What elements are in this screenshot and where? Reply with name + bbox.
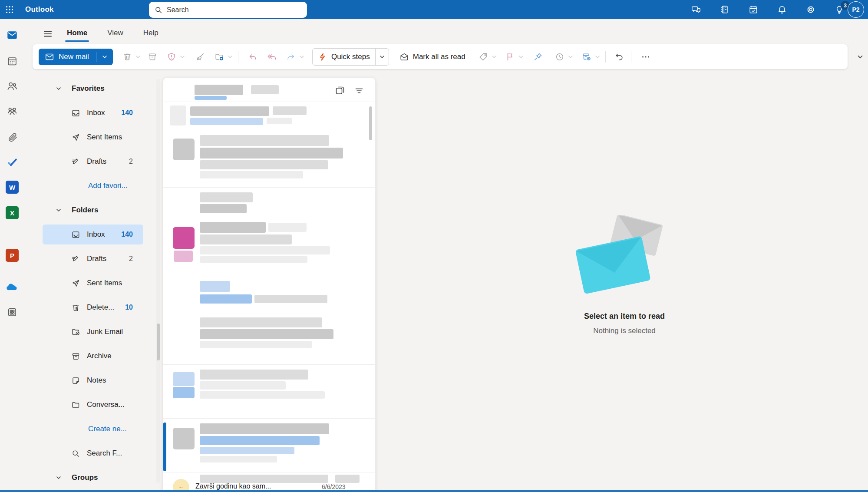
drafts-icon (71, 157, 80, 166)
empty-state-subtitle: Nothing is selected (559, 327, 690, 335)
folder-section-header-favorites[interactable]: Favorites (33, 76, 158, 101)
folder-section-header-groups[interactable]: Groups (33, 466, 158, 490)
select-icon[interactable] (334, 85, 346, 96)
notifications-bell-icon[interactable] (777, 0, 787, 19)
folder-item-inbox[interactable]: Inbox140 (43, 103, 143, 123)
quick-steps-chevron-icon[interactable] (376, 53, 389, 60)
ribbon-tabs: Home View Help (65, 25, 160, 43)
groups-icon[interactable] (6, 105, 18, 117)
files-paperclip-icon[interactable] (6, 131, 18, 143)
delete-chevron-icon[interactable] (135, 50, 142, 64)
redacted-email-content (251, 85, 279, 94)
tab-home[interactable]: Home (65, 25, 89, 43)
report-chevron-icon[interactable] (179, 50, 186, 64)
new-mail-chevron-icon[interactable] (96, 49, 113, 65)
sweep-button[interactable] (193, 50, 208, 64)
email-date: 6/6/2023 (322, 483, 346, 490)
folder-link-createne[interactable]: Create ne... (33, 425, 127, 433)
powerpoint-icon[interactable]: P (6, 249, 19, 262)
people-icon[interactable] (6, 80, 18, 92)
folder-item-conversa[interactable]: Conversa... (43, 395, 143, 415)
my-day-icon[interactable] (748, 0, 759, 19)
hamburger-menu-icon[interactable] (39, 25, 56, 43)
undo-button[interactable] (612, 50, 627, 64)
archive-button[interactable] (145, 50, 160, 64)
folder-pane-scrollbar-track[interactable] (156, 79, 160, 483)
word-icon[interactable]: W (6, 181, 19, 194)
ribbon-collapse-chevron-icon[interactable] (855, 51, 866, 63)
move-to-button[interactable] (212, 50, 227, 64)
filter-icon[interactable] (353, 85, 365, 96)
forward-chevron-icon[interactable] (298, 50, 305, 64)
tab-view[interactable]: View (106, 25, 125, 43)
new-mail-button[interactable]: New mail (39, 49, 113, 65)
folder-unread-count: 2 (129, 255, 133, 263)
delete-button[interactable] (120, 50, 135, 64)
rules-chevron-icon[interactable] (594, 50, 601, 64)
folder-pane-scrollbar-thumb[interactable] (157, 324, 160, 360)
email-subject: Završi godinu kao sam... (195, 482, 317, 490)
redacted-email-content (254, 295, 327, 303)
snooze-chevron-icon[interactable] (567, 50, 574, 64)
redacted-email-content (200, 135, 329, 146)
folder-item-sentitems[interactable]: Sent Items (43, 127, 143, 147)
redacted-email-content (200, 329, 333, 339)
redacted-email-content (163, 423, 166, 471)
forward-button[interactable] (284, 50, 298, 64)
folder-section-header-folders[interactable]: Folders (33, 198, 158, 222)
calendar-icon[interactable] (6, 55, 18, 67)
todo-check-icon[interactable] (6, 156, 18, 168)
rules-button[interactable] (579, 50, 594, 64)
redacted-email-content (195, 85, 243, 95)
folder-item-searchf[interactable]: Search F... (43, 443, 143, 463)
pin-button[interactable] (531, 50, 545, 64)
app-title: Outlook (25, 5, 54, 14)
search-bar[interactable] (149, 2, 307, 18)
onedrive-icon[interactable] (6, 281, 18, 293)
excel-icon[interactable]: X (6, 206, 19, 219)
folder-link-addfavori[interactable]: Add favori... (33, 182, 128, 190)
folder-item-delete[interactable]: Delete...10 (43, 297, 143, 317)
folder-item-junkemail[interactable]: Junk Email (43, 322, 143, 342)
notebook-feed-icon[interactable] (719, 0, 730, 19)
folder-item-notes[interactable]: Notes (43, 370, 143, 390)
categorize-button[interactable] (476, 50, 491, 64)
mark-all-as-read-button[interactable]: Mark all as read (395, 48, 470, 66)
search-input[interactable] (167, 6, 288, 14)
folder-item-drafts[interactable]: Drafts2 (43, 249, 143, 269)
tab-help[interactable]: Help (142, 25, 160, 43)
categorize-chevron-icon[interactable] (491, 50, 498, 64)
message-list-scrollbar-thumb[interactable] (369, 106, 372, 140)
folder-item-label: Search F... (87, 449, 122, 458)
flag-chevron-icon[interactable] (518, 50, 525, 64)
list-group-separator (163, 276, 376, 276)
tips-lightbulb-icon[interactable]: 3 (834, 0, 845, 19)
folder-item-drafts[interactable]: Drafts2 (43, 152, 143, 172)
mail-icon[interactable] (6, 29, 18, 41)
more-options-button[interactable] (638, 50, 653, 64)
snooze-button[interactable] (552, 50, 567, 64)
chevron-down-icon (55, 207, 62, 214)
reply-button[interactable] (245, 50, 260, 64)
folder-unread-count: 140 (121, 109, 133, 117)
mail-read-icon (399, 52, 409, 62)
more-apps-icon[interactable] (6, 306, 18, 318)
folder-item-archive[interactable]: Archive (43, 346, 143, 366)
redacted-email-content (200, 370, 308, 380)
chat-icon[interactable] (691, 0, 701, 19)
folder-item-sentitems[interactable]: Sent Items (43, 273, 143, 293)
account-avatar[interactable]: P2 (848, 1, 864, 18)
app-launcher-waffle-icon[interactable] (0, 0, 19, 19)
move-to-chevron-icon[interactable] (227, 50, 234, 64)
flag-button[interactable] (503, 50, 518, 64)
topbar-action-icons: 3 (691, 0, 845, 19)
report-button[interactable] (164, 50, 179, 64)
folder-item-inbox[interactable]: Inbox140 (43, 225, 143, 244)
envelopes-illustration (574, 215, 674, 306)
toolbar-divider (605, 51, 606, 63)
quick-steps-button[interactable]: Quick steps (312, 48, 389, 66)
redacted-email-content (200, 281, 230, 292)
settings-gear-icon[interactable] (805, 0, 816, 19)
reply-all-button[interactable] (264, 50, 279, 64)
message-list: ~ Završi godinu kao sam... 6/6/2023 (163, 77, 376, 492)
